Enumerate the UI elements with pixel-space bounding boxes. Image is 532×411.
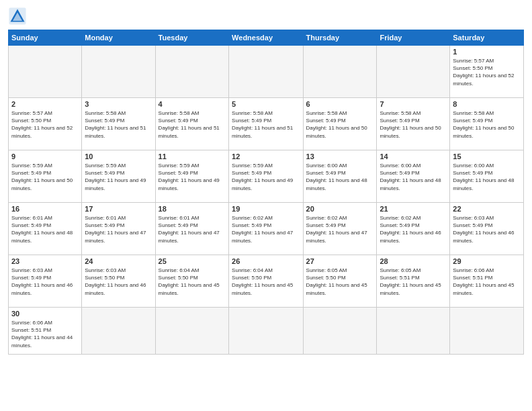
calendar-cell-1-7: 1Sunrise: 5:57 AMSunset: 5:50 PMDaylight… [450, 46, 524, 98]
calendar-table: SundayMondayTuesdayWednesdayThursdayFrid… [8, 30, 524, 355]
calendar-cell-5-2: 24Sunrise: 6:03 AMSunset: 5:50 PMDayligh… [82, 255, 155, 308]
day-number: 27 [306, 257, 374, 265]
calendar-cell-3-5: 13Sunrise: 6:00 AMSunset: 5:49 PMDayligh… [303, 150, 377, 203]
day-info: Sunrise: 5:59 AMSunset: 5:49 PMDaylight:… [232, 162, 300, 192]
calendar-cell-1-3 [155, 46, 228, 98]
day-number: 16 [11, 205, 79, 213]
day-info: Sunrise: 6:04 AMSunset: 5:50 PMDaylight:… [232, 267, 300, 297]
day-number: 25 [159, 257, 226, 265]
day-number: 20 [306, 205, 374, 213]
calendar-cell-4-2: 17Sunrise: 6:01 AMSunset: 5:49 PMDayligh… [82, 203, 155, 255]
day-number: 5 [232, 100, 300, 108]
day-number: 19 [232, 205, 300, 213]
calendar-week-6: 30Sunrise: 6:06 AMSunset: 5:51 PMDayligh… [9, 308, 524, 355]
weekday-header-sunday: Sunday [9, 30, 82, 46]
day-info: Sunrise: 5:59 AMSunset: 5:49 PMDaylight:… [85, 162, 152, 192]
calendar-cell-3-3: 11Sunrise: 5:59 AMSunset: 5:49 PMDayligh… [155, 150, 228, 203]
calendar-cell-3-7: 15Sunrise: 6:00 AMSunset: 5:49 PMDayligh… [450, 150, 524, 203]
calendar-cell-2-5: 6Sunrise: 5:58 AMSunset: 5:49 PMDaylight… [303, 98, 377, 150]
day-number: 13 [306, 152, 374, 161]
calendar-week-2: 2Sunrise: 5:57 AMSunset: 5:50 PMDaylight… [9, 98, 524, 150]
day-info: Sunrise: 6:06 AMSunset: 5:51 PMDaylight:… [453, 267, 521, 297]
calendar-cell-3-1: 9Sunrise: 5:59 AMSunset: 5:49 PMDaylight… [9, 150, 82, 203]
day-info: Sunrise: 6:02 AMSunset: 5:49 PMDaylight:… [306, 214, 374, 244]
day-info: Sunrise: 6:01 AMSunset: 5:49 PMDaylight:… [85, 214, 152, 244]
day-number: 30 [11, 310, 79, 318]
calendar-cell-6-6 [377, 308, 450, 355]
day-info: Sunrise: 6:00 AMSunset: 5:49 PMDaylight:… [306, 162, 374, 192]
day-number: 1 [453, 48, 521, 56]
calendar-cell-6-4 [229, 308, 303, 355]
calendar-week-1: 1Sunrise: 5:57 AMSunset: 5:50 PMDaylight… [9, 46, 524, 98]
weekday-header-wednesday: Wednesday [229, 30, 303, 46]
day-number: 10 [85, 152, 152, 161]
day-number: 23 [11, 257, 79, 265]
calendar-cell-2-3: 4Sunrise: 5:58 AMSunset: 5:49 PMDaylight… [155, 98, 228, 150]
day-info: Sunrise: 5:59 AMSunset: 5:49 PMDaylight:… [11, 162, 79, 192]
day-number: 12 [232, 152, 300, 161]
day-number: 21 [380, 205, 447, 213]
day-number: 28 [380, 257, 447, 265]
day-number: 17 [85, 205, 152, 213]
calendar-cell-2-7: 8Sunrise: 5:58 AMSunset: 5:49 PMDaylight… [450, 98, 524, 150]
day-info: Sunrise: 6:02 AMSunset: 5:49 PMDaylight:… [380, 214, 447, 244]
day-number: 22 [453, 205, 521, 213]
calendar-cell-4-3: 18Sunrise: 6:01 AMSunset: 5:49 PMDayligh… [155, 203, 228, 255]
day-info: Sunrise: 6:04 AMSunset: 5:50 PMDaylight:… [159, 267, 226, 297]
calendar-cell-1-5 [303, 46, 377, 98]
day-info: Sunrise: 5:57 AMSunset: 5:50 PMDaylight:… [11, 109, 79, 140]
day-info: Sunrise: 6:02 AMSunset: 5:49 PMDaylight:… [232, 214, 300, 244]
day-number: 3 [85, 100, 152, 108]
day-info: Sunrise: 6:05 AMSunset: 5:50 PMDaylight:… [306, 267, 374, 297]
logo [8, 7, 30, 26]
day-number: 6 [306, 100, 374, 108]
day-info: Sunrise: 6:01 AMSunset: 5:49 PMDaylight:… [159, 214, 226, 244]
calendar-cell-5-5: 27Sunrise: 6:05 AMSunset: 5:50 PMDayligh… [303, 255, 377, 308]
calendar-cell-3-2: 10Sunrise: 5:59 AMSunset: 5:49 PMDayligh… [82, 150, 155, 203]
day-info: Sunrise: 5:58 AMSunset: 5:49 PMDaylight:… [232, 109, 300, 140]
day-info: Sunrise: 5:58 AMSunset: 5:49 PMDaylight:… [85, 109, 152, 140]
calendar-cell-4-5: 20Sunrise: 6:02 AMSunset: 5:49 PMDayligh… [303, 203, 377, 255]
page: SundayMondayTuesdayWednesdayThursdayFrid… [0, 0, 532, 411]
day-info: Sunrise: 6:05 AMSunset: 5:51 PMDaylight:… [380, 267, 447, 297]
weekday-header-thursday: Thursday [303, 30, 377, 46]
day-number: 18 [159, 205, 226, 213]
weekday-header-saturday: Saturday [450, 30, 524, 46]
day-number: 15 [453, 152, 521, 161]
calendar-cell-2-6: 7Sunrise: 5:58 AMSunset: 5:49 PMDaylight… [377, 98, 450, 150]
day-number: 2 [11, 100, 79, 108]
calendar-cell-6-1: 30Sunrise: 6:06 AMSunset: 5:51 PMDayligh… [9, 308, 82, 355]
day-info: Sunrise: 6:00 AMSunset: 5:49 PMDaylight:… [453, 162, 521, 192]
header [8, 7, 524, 26]
day-number: 4 [159, 100, 226, 108]
day-info: Sunrise: 6:00 AMSunset: 5:49 PMDaylight:… [380, 162, 447, 192]
day-info: Sunrise: 5:58 AMSunset: 5:49 PMDaylight:… [306, 109, 374, 140]
calendar-cell-4-6: 21Sunrise: 6:02 AMSunset: 5:49 PMDayligh… [377, 203, 450, 255]
calendar-cell-1-4 [229, 46, 303, 98]
weekday-header-monday: Monday [82, 30, 155, 46]
calendar-cell-2-1: 2Sunrise: 5:57 AMSunset: 5:50 PMDaylight… [9, 98, 82, 150]
day-number: 24 [85, 257, 152, 265]
day-info: Sunrise: 6:06 AMSunset: 5:51 PMDaylight:… [11, 319, 79, 349]
day-info: Sunrise: 5:57 AMSunset: 5:50 PMDaylight:… [453, 57, 521, 87]
weekday-header-friday: Friday [377, 30, 450, 46]
calendar-week-5: 23Sunrise: 6:03 AMSunset: 5:49 PMDayligh… [9, 255, 524, 308]
calendar-cell-4-7: 22Sunrise: 6:03 AMSunset: 5:49 PMDayligh… [450, 203, 524, 255]
calendar-cell-5-3: 25Sunrise: 6:04 AMSunset: 5:50 PMDayligh… [155, 255, 228, 308]
calendar-cell-2-2: 3Sunrise: 5:58 AMSunset: 5:49 PMDaylight… [82, 98, 155, 150]
day-number: 11 [159, 152, 226, 161]
calendar-cell-1-2 [82, 46, 155, 98]
calendar-cell-5-7: 29Sunrise: 6:06 AMSunset: 5:51 PMDayligh… [450, 255, 524, 308]
calendar-cell-1-1 [9, 46, 82, 98]
day-info: Sunrise: 5:58 AMSunset: 5:49 PMDaylight:… [159, 109, 226, 140]
calendar-cell-4-1: 16Sunrise: 6:01 AMSunset: 5:49 PMDayligh… [9, 203, 82, 255]
day-info: Sunrise: 6:03 AMSunset: 5:50 PMDaylight:… [85, 267, 152, 297]
calendar-cell-6-3 [155, 308, 228, 355]
calendar-cell-1-6 [377, 46, 450, 98]
day-info: Sunrise: 6:03 AMSunset: 5:49 PMDaylight:… [453, 214, 521, 244]
weekday-header-tuesday: Tuesday [155, 30, 228, 46]
day-number: 26 [232, 257, 300, 265]
calendar-week-4: 16Sunrise: 6:01 AMSunset: 5:49 PMDayligh… [9, 203, 524, 255]
day-number: 8 [453, 100, 521, 108]
calendar-cell-6-2 [82, 308, 155, 355]
